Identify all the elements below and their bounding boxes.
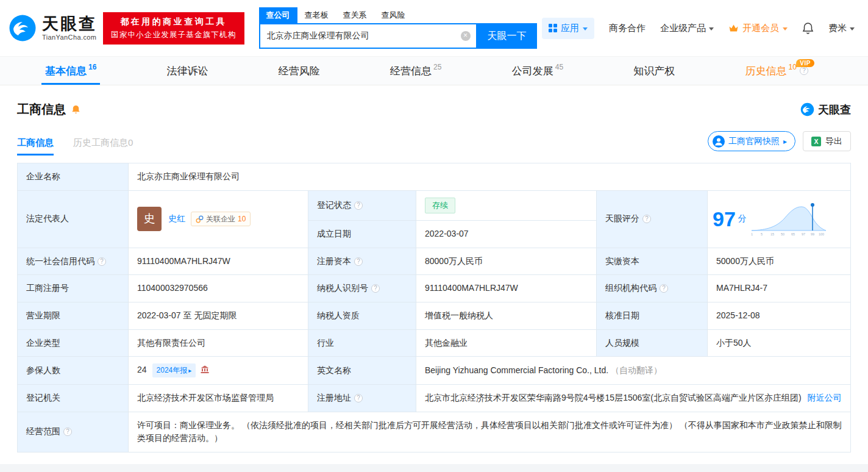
svg-text:X: X bbox=[814, 138, 818, 145]
company-type-value: 其他有限责任公司 bbox=[137, 338, 205, 348]
table-row: 登记机关 北京经济技术开发区市场监督管理局 注册地址? 北京市北京经济技术开发区… bbox=[18, 384, 851, 412]
top-menu: 应用 商务合作 企业级产品 开通会员 费米 bbox=[542, 18, 855, 39]
nav-tab-history-info[interactable]: VIP 历史信息 10 ? bbox=[739, 57, 829, 85]
table-row: 企业名称 北京亦庄商业保理有限公司 bbox=[18, 163, 851, 191]
address-value: 北京市北京经济技术开发区荣华南路9号院4号楼15层1506室(北京自贸试验区高端… bbox=[425, 393, 802, 402]
company-type-label-cell: 企业类型 bbox=[18, 329, 129, 357]
nav-tab-label: 基本信息 bbox=[45, 64, 87, 78]
address-value-cell: 北京市北京经济技术开发区荣华南路9号院4号楼15层1506室(北京自贸试验区高端… bbox=[416, 384, 851, 412]
help-icon[interactable]: ? bbox=[660, 284, 668, 293]
nav-tab-legal[interactable]: 法律诉讼 bbox=[161, 57, 215, 85]
help-icon[interactable]: ? bbox=[354, 201, 363, 210]
search-tab-risk[interactable]: 查风险 bbox=[374, 7, 413, 23]
menu-enterprise-products[interactable]: 企业级产品 bbox=[660, 23, 714, 34]
nav-tab-label: 法律诉讼 bbox=[167, 64, 208, 78]
help-icon[interactable]: ? bbox=[642, 215, 651, 223]
user-menu[interactable]: 费米 bbox=[828, 23, 855, 34]
search-input-wrap: × bbox=[259, 23, 477, 49]
credit-code-value: 91110400MA7HLRJ47W bbox=[137, 256, 230, 266]
official-snapshot-label: 工商官网快照 bbox=[728, 136, 780, 147]
score-distribution-chart: 1 5 15 50 65 97 99 100 bbox=[749, 200, 828, 238]
legal-rep-block: 史 史红 关联企业 10 bbox=[137, 207, 299, 231]
nav-tab-operating-info[interactable]: 经营信息 25 bbox=[384, 57, 447, 85]
approval-date-value-cell: 2025-12-08 bbox=[708, 302, 851, 329]
watermark-logo-icon bbox=[800, 102, 814, 116]
nav-tab-basic-info[interactable]: 基本信息 16 bbox=[39, 57, 102, 85]
help-icon[interactable]: ? bbox=[98, 257, 106, 266]
nearby-companies-link[interactable]: 附近公司 bbox=[808, 393, 842, 402]
government-building-icon[interactable] bbox=[201, 365, 209, 374]
reg-capital-value-cell: 80000万人民币 bbox=[416, 248, 597, 275]
nav-tab-operating-risk[interactable]: 经营风险 bbox=[272, 57, 326, 85]
legal-rep-avatar[interactable]: 史 bbox=[137, 207, 162, 231]
insured-value-cell: 242024年报▸ bbox=[129, 357, 308, 385]
business-info-table: 企业名称 北京亦庄商业保理有限公司 法定代表人 史 史红 bbox=[17, 163, 851, 452]
nav-tab-company-development[interactable]: 公司发展 45 bbox=[506, 57, 569, 85]
svg-text:97: 97 bbox=[802, 232, 805, 236]
search-tab-boss[interactable]: 查老板 bbox=[297, 7, 336, 23]
help-icon[interactable]: ? bbox=[371, 284, 380, 293]
menu-vip-label: 开通会员 bbox=[742, 23, 779, 34]
legal-rep-label: 法定代表人 bbox=[26, 213, 69, 223]
help-icon[interactable]: ? bbox=[354, 394, 363, 402]
table-row: 法定代表人 史 史红 关联企业 10 bbox=[18, 190, 851, 220]
related-companies-icon bbox=[196, 215, 204, 223]
reg-status-value-cell: 存续 bbox=[416, 190, 597, 220]
english-name-value-cell: Beijing Yizhuang Commercial Factoring Co… bbox=[416, 357, 851, 385]
search-tab-company[interactable]: 查公司 bbox=[259, 7, 297, 23]
help-icon[interactable]: ? bbox=[354, 257, 363, 266]
section-title-wrap: 工商信息 bbox=[17, 101, 81, 118]
subtab-history-business-info[interactable]: 历史工商信息0 bbox=[73, 137, 133, 156]
insured-label: 参保人数 bbox=[26, 365, 60, 375]
subtab-row: 工商信息 历史工商信息0 工商官网快照 ▸ X 导出 bbox=[17, 131, 851, 156]
score-unit: 分 bbox=[738, 212, 747, 226]
taxpayer-id-value: 91110400MA7HLRJ47W bbox=[425, 283, 518, 293]
org-code-label: 组织机构代码 bbox=[605, 283, 656, 293]
search-tab-relation[interactable]: 查关系 bbox=[336, 7, 374, 23]
search-button[interactable]: 天眼一下 bbox=[477, 23, 537, 49]
official-snapshot-button[interactable]: 工商官网快照 ▸ bbox=[708, 131, 795, 151]
tianyancha-logo-icon bbox=[9, 14, 37, 42]
search-input[interactable] bbox=[259, 23, 477, 49]
approval-date-label: 核准日期 bbox=[605, 310, 639, 320]
taxpayer-id-value-cell: 91110400MA7HLRJ47W bbox=[416, 275, 597, 302]
annual-report-tag[interactable]: 2024年报▸ bbox=[152, 363, 196, 377]
paid-capital-label-cell: 实缴资本 bbox=[597, 248, 708, 275]
export-button[interactable]: X 导出 bbox=[803, 131, 851, 151]
main-content: 工商信息 天眼查 工商信息 历史工商信息0 工商官网快照 bbox=[0, 101, 868, 452]
tianyancha-logo[interactable]: 天眼查 TianYanCha.com bbox=[9, 14, 97, 42]
logo-brand: 天眼查 bbox=[42, 15, 97, 32]
legal-rep-name-link[interactable]: 史红 bbox=[168, 212, 185, 226]
nav-tab-intellectual-property[interactable]: 知识产权 bbox=[627, 57, 681, 85]
taxpayer-quality-value-cell: 增值税一般纳税人 bbox=[416, 302, 597, 329]
taxpayer-quality-value: 增值税一般纳税人 bbox=[425, 310, 493, 320]
clear-search-icon[interactable]: × bbox=[461, 31, 471, 41]
nav-tab-count: 25 bbox=[433, 63, 441, 71]
menu-open-vip[interactable]: 开通会员 bbox=[728, 23, 788, 34]
subscribe-bell-icon[interactable] bbox=[71, 104, 81, 115]
nav-tab-label: 历史信息 bbox=[745, 64, 787, 78]
reg-authority-label: 登记机关 bbox=[26, 393, 60, 402]
notifications-button[interactable] bbox=[802, 22, 814, 35]
credit-code-value-cell: 91110400MA7HLRJ47W bbox=[129, 248, 308, 275]
help-icon[interactable]: ? bbox=[63, 427, 72, 436]
approval-date-value: 2025-12-08 bbox=[716, 310, 760, 320]
apps-menu-label: 应用 bbox=[561, 23, 579, 34]
company-type-label: 企业类型 bbox=[26, 338, 60, 348]
score-wrap: 97 分 1 5 15 50 65 97 99 bbox=[713, 200, 845, 238]
apps-menu[interactable]: 应用 bbox=[542, 18, 594, 39]
subtab-business-info[interactable]: 工商信息 bbox=[17, 137, 54, 156]
reg-capital-label-cell: 注册资本? bbox=[308, 248, 416, 275]
term-label: 营业期限 bbox=[26, 310, 60, 320]
caret-down-icon bbox=[783, 27, 788, 30]
help-icon[interactable]: ? bbox=[800, 66, 808, 75]
menu-enterprise-label: 企业级产品 bbox=[660, 23, 706, 34]
menu-cooperation[interactable]: 商务合作 bbox=[609, 23, 646, 34]
staff-size-value-cell: 小于50人 bbox=[708, 329, 851, 357]
org-code-value: MA7HLRJ4-7 bbox=[716, 283, 767, 293]
slogan-banner: 都在用的商业查询工具 国家中小企业发展子基金旗下机构 bbox=[103, 12, 244, 45]
export-label: 导出 bbox=[825, 136, 842, 147]
address-label-cell: 注册地址? bbox=[308, 384, 416, 412]
related-companies-badge[interactable]: 关联企业 10 bbox=[191, 212, 251, 227]
reg-status-label: 登记状态 bbox=[317, 200, 351, 210]
